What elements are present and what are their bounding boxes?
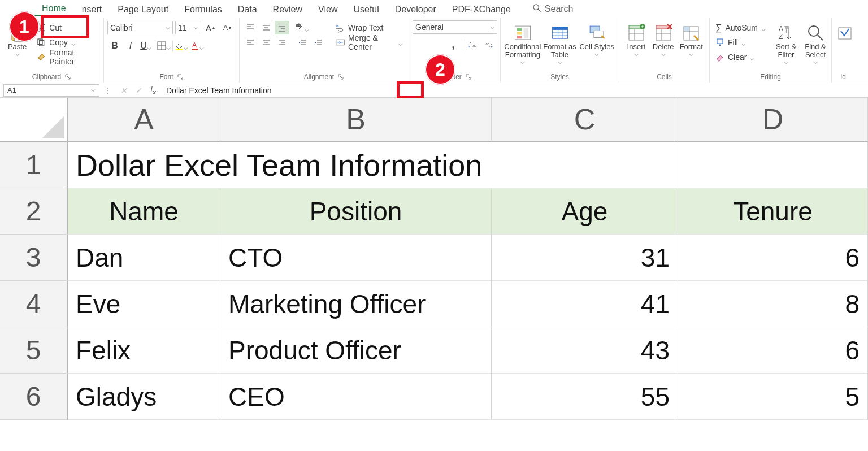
clipboard-dialog-launcher[interactable]	[64, 73, 71, 80]
formula-bar: A1 ⋮ ✕ ✓ fx Dollar Excel Team Informatio…	[0, 83, 868, 98]
row-header-2[interactable]: 2	[0, 188, 68, 235]
svg-rect-73	[839, 28, 851, 39]
column-header-C[interactable]: C	[492, 98, 678, 142]
autosum-button[interactable]: ∑ AutoSum	[713, 20, 769, 35]
number-format-select[interactable]: General	[413, 20, 497, 34]
increase-indent-button[interactable]	[311, 36, 326, 49]
svg-text:.0: .0	[468, 42, 472, 46]
conditional-formatting-label: Conditional Formatting	[504, 43, 541, 59]
enter-formula-button[interactable]: ✓	[131, 86, 146, 95]
underline-button[interactable]: U	[139, 39, 154, 53]
cell[interactable]: Age	[492, 188, 678, 235]
ribbon-search[interactable]: Search	[532, 3, 574, 15]
cut-button[interactable]: Cut	[34, 20, 100, 35]
tab-insert[interactable]: nsert	[74, 2, 110, 16]
cell[interactable]: Tenure	[678, 188, 868, 235]
alignment-dialog-launcher[interactable]	[337, 73, 344, 80]
fill-button[interactable]: Fill	[713, 35, 769, 50]
find-select-button[interactable]: Find & Select	[801, 20, 830, 67]
font-color-button[interactable]: A	[190, 39, 205, 53]
cell[interactable]: Dollar Excel Team Information	[68, 142, 678, 188]
column-header-B[interactable]: B	[220, 98, 492, 142]
align-middle-button[interactable]	[259, 21, 274, 34]
font-size-select[interactable]: 11	[175, 21, 201, 34]
ideas-button[interactable]	[835, 20, 854, 45]
row-header-5[interactable]: 5	[0, 327, 68, 374]
conditional-formatting-button[interactable]: Conditional Formatting	[504, 20, 541, 67]
worksheet-grid: ABCD 123456 Dollar Excel Team Informatio…	[0, 98, 868, 451]
column-header-A[interactable]: A	[68, 98, 220, 142]
align-center-button[interactable]	[259, 36, 274, 49]
increase-font-button[interactable]: A▲	[203, 21, 218, 34]
align-left-button[interactable]	[243, 36, 258, 49]
tab-developer[interactable]: Developer	[387, 2, 444, 16]
merge-center-button[interactable]: Merge & Center	[333, 35, 405, 50]
cell[interactable]: 5	[678, 374, 868, 420]
italic-button[interactable]: I	[123, 39, 138, 53]
format-cells-button[interactable]: Format	[676, 20, 706, 59]
cell[interactable]: CTO	[220, 235, 492, 281]
cell[interactable]: Marketing Officer	[220, 281, 492, 327]
tab-home[interactable]: Home	[34, 1, 74, 16]
formula-input[interactable]: Dollar Excel Team Information	[160, 86, 868, 95]
align-bottom-button[interactable]	[275, 21, 289, 34]
tab-data[interactable]: Data	[230, 2, 265, 16]
tab-formulas[interactable]: Formulas	[176, 2, 230, 16]
increase-decimal-button[interactable]: .0.00	[466, 38, 480, 51]
cell[interactable]: Eve	[68, 281, 220, 327]
number-dialog-launcher[interactable]	[465, 73, 472, 80]
cell[interactable]: Gladys	[68, 374, 220, 420]
cell[interactable]: Position	[220, 188, 492, 235]
align-top-button[interactable]	[243, 21, 258, 34]
row-header-1[interactable]: 1	[0, 142, 68, 188]
svg-text:.00: .00	[472, 44, 476, 47]
row-header-6[interactable]: 6	[0, 374, 68, 420]
insert-cells-button[interactable]: Insert	[623, 20, 650, 59]
comma-style-button[interactable]: ,	[446, 38, 461, 51]
cell[interactable]: 6	[678, 235, 868, 281]
cell[interactable]: 43	[492, 327, 678, 374]
orientation-button[interactable]: ab	[295, 21, 310, 34]
cell[interactable]: Felix	[68, 327, 220, 374]
cell[interactable]: 41	[492, 281, 678, 327]
group-label-font: Font	[159, 73, 173, 81]
font-dialog-launcher[interactable]	[177, 73, 184, 80]
tab-pdf-xchange[interactable]: PDF-XChange	[444, 2, 519, 16]
tab-useful[interactable]: Useful	[345, 2, 387, 16]
tab-review[interactable]: Review	[265, 2, 310, 16]
cell[interactable]: 55	[492, 374, 678, 420]
cell-styles-button[interactable]: Cell Styles	[578, 20, 615, 67]
cell[interactable]	[678, 142, 868, 188]
cell[interactable]: CEO	[220, 374, 492, 420]
format-as-table-button[interactable]: Format as Table	[541, 20, 579, 67]
tab-view[interactable]: View	[310, 2, 345, 16]
chevron-down-icon	[661, 51, 666, 57]
format-painter-button[interactable]: Format Painter	[34, 50, 100, 64]
cell[interactable]: Product Officer	[220, 327, 492, 374]
row-header-4[interactable]: 4	[0, 281, 68, 327]
font-name-select[interactable]: Calibri	[107, 21, 173, 34]
row-header-3[interactable]: 3	[0, 235, 68, 281]
cell[interactable]: 8	[678, 281, 868, 327]
borders-button[interactable]	[157, 39, 171, 53]
align-right-button[interactable]	[275, 36, 289, 49]
tab-page-layout[interactable]: Page Layout	[110, 2, 176, 16]
name-box[interactable]: A1	[3, 84, 99, 97]
delete-cells-button[interactable]: Delete	[650, 20, 677, 59]
bold-button[interactable]: B	[107, 39, 122, 53]
sort-filter-button[interactable]: AZ Sort & Filter	[771, 20, 801, 67]
fx-button[interactable]: fx	[146, 85, 160, 96]
column-header-D[interactable]: D	[678, 98, 868, 142]
cancel-formula-button[interactable]: ✕	[116, 86, 131, 95]
cell[interactable]: 6	[678, 327, 868, 374]
chevron-down-icon	[741, 40, 747, 45]
decrease-decimal-button[interactable]: .00.0	[482, 38, 497, 51]
fill-color-button[interactable]	[174, 39, 189, 53]
decrease-indent-button[interactable]	[295, 36, 310, 49]
cell[interactable]: Name	[68, 188, 220, 235]
decrease-font-button[interactable]: A▼	[220, 21, 235, 34]
cell[interactable]: Dan	[68, 235, 220, 281]
clear-button[interactable]: Clear	[713, 50, 769, 64]
select-all-corner[interactable]	[0, 98, 68, 142]
cell[interactable]: 31	[492, 235, 678, 281]
